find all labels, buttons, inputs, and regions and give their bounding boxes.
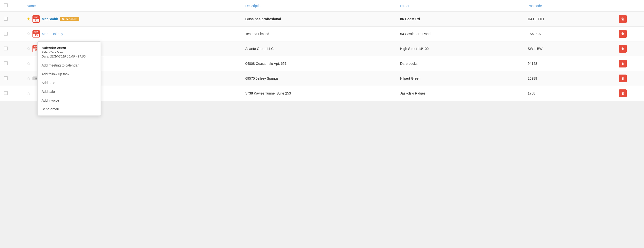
context-menu: Calendar event Title: Car clean Date: 23… [37, 41, 101, 116]
delete-button[interactable]: 🗑 [619, 45, 627, 53]
description-text: Asante Group LLC [245, 47, 274, 51]
street-text: 54 Castledore Road [400, 32, 431, 36]
person-name-link[interactable]: Mat Smith [42, 17, 58, 21]
select-all-checkbox[interactable] [4, 3, 8, 7]
row-checkbox[interactable] [4, 46, 8, 50]
postcode-text: LA6 9FA [528, 32, 541, 36]
description-cell: 69570 Jeffrey Springs [242, 71, 396, 86]
row-checkbox-cell [0, 12, 23, 26]
context-menu-add-sale[interactable]: Add sale [38, 87, 100, 96]
row-checkbox[interactable] [4, 17, 8, 21]
row-checkbox-cell [0, 71, 23, 86]
street-text: 86 Coast Rd [400, 17, 420, 21]
star-icon[interactable]: ☆ [26, 46, 30, 51]
column-header-postcode: Postcode [524, 0, 615, 12]
name-cell: ☆ MAR 23 Marta Daimny [23, 26, 242, 41]
context-menu-add-meeting[interactable]: Add meeting to calendar [38, 61, 100, 70]
row-checkbox-cell [0, 56, 23, 71]
street-cell: High Street 14/100 [396, 41, 524, 56]
street-cell: Dare Locks [396, 56, 524, 71]
postcode-cell: 94148 [524, 56, 615, 71]
action-cell: 🗑 [615, 71, 644, 86]
action-cell: 🗑 [615, 56, 644, 71]
column-header-description: Description [242, 0, 396, 12]
delete-button[interactable]: 🗑 [619, 60, 627, 67]
description-text: Testoria Limited [245, 32, 269, 36]
context-menu-add-note[interactable]: Add note [38, 78, 100, 87]
table-row: ★ MAR 22 Mat Smith Super client Bussines… [0, 12, 644, 26]
context-menu-add-followup[interactable]: Add follow up task [38, 70, 100, 78]
calendar-month: MAR [33, 31, 39, 34]
column-header-street: Street [396, 0, 524, 12]
action-cell: 🗑 [615, 12, 644, 26]
action-cell: 🗑 [615, 41, 644, 56]
row-checkbox-cell [0, 26, 23, 41]
name-cell: ★ MAR 22 Mat Smith Super client [23, 12, 242, 26]
description-cell: 04808 Ceasar Isle Apt. 651 [242, 56, 396, 71]
star-icon[interactable]: ☆ [26, 31, 30, 36]
calendar-day: 23 [35, 34, 38, 37]
postcode-text: SW11BW [528, 47, 542, 51]
postcode-text: CA10 7TH [528, 17, 544, 21]
description-cell: Bussines proffesional [242, 12, 396, 26]
row-checkbox[interactable] [4, 76, 8, 80]
description-text: 69570 Jeffrey Springs [245, 77, 278, 80]
calendar-day: 22 [35, 19, 38, 22]
event-title-detail: Title: Car clean [42, 50, 97, 54]
person-name-link[interactable]: Marta Daimny [42, 32, 63, 36]
row-checkbox[interactable] [4, 91, 8, 95]
street-cell: 54 Castledore Road [396, 26, 524, 41]
delete-button[interactable]: 🗑 [619, 75, 627, 82]
action-cell: 🗑 [615, 26, 644, 41]
delete-button[interactable]: 🗑 [619, 15, 627, 23]
table-row: ☆ MAR 23 Martin Kowalsky VIP Calendar ev [0, 41, 644, 56]
table-row: ☆ MAR 23 Marta Daimny Testoria Limited 5… [0, 26, 644, 41]
postcode-cell: 1758 [524, 86, 615, 101]
star-icon[interactable]: ☆ [26, 76, 30, 81]
star-icon[interactable]: ☆ [26, 61, 30, 66]
calendar-icon[interactable]: MAR 23 [32, 30, 40, 37]
column-header-action [615, 0, 644, 12]
postcode-text: 1758 [528, 91, 535, 95]
street-cell: Jaskolski Ridges [396, 86, 524, 101]
street-text: Dare Locks [400, 62, 418, 66]
street-text: Jaskolski Ridges [400, 91, 426, 95]
delete-button[interactable]: 🗑 [619, 89, 627, 97]
postcode-text: 26989 [528, 77, 537, 80]
name-cell: ☆ MAR 23 Martin Kowalsky VIP Calendar ev [23, 41, 242, 56]
column-header-check [0, 0, 23, 12]
row-checkbox-cell [0, 86, 23, 101]
action-cell: 🗑 [615, 86, 644, 101]
postcode-cell: CA10 7TH [524, 12, 615, 26]
star-icon[interactable]: ☆ [26, 91, 30, 96]
event-date-detail: Date: 23/10/2019 16:00 - 17:00 [42, 55, 97, 58]
description-cell: 5738 Kaylee Tunnel Suite 253 [242, 86, 396, 101]
postcode-cell: LA6 9FA [524, 26, 615, 41]
street-cell: Hilpert Green [396, 71, 524, 86]
delete-button[interactable]: 🗑 [619, 30, 627, 38]
postcode-text: 94148 [528, 62, 537, 66]
row-checkbox[interactable] [4, 32, 8, 36]
context-menu-send-email[interactable]: Send email [38, 105, 100, 114]
postcode-cell: 26989 [524, 71, 615, 86]
description-text: 5738 Kaylee Tunnel Suite 253 [245, 91, 291, 95]
row-checkbox[interactable] [4, 61, 8, 65]
postcode-cell: SW11BW [524, 41, 615, 56]
super-client-badge: Super client [60, 17, 79, 21]
street-text: Hilpert Green [400, 77, 420, 80]
context-menu-add-invoice[interactable]: Add invoice [38, 96, 100, 105]
description-text: Bussines proffesional [245, 17, 281, 21]
calendar-icon[interactable]: MAR 22 [32, 15, 40, 23]
row-checkbox-cell [0, 41, 23, 56]
description-cell: Asante Group LLC [242, 41, 396, 56]
description-text: 04808 Ceasar Isle Apt. 651 [245, 62, 286, 66]
context-menu-header: Calendar event Title: Car clean Date: 23… [38, 44, 100, 60]
star-icon[interactable]: ★ [26, 16, 30, 22]
column-header-name: Name [23, 0, 242, 12]
street-text: High Street 14/100 [400, 47, 429, 51]
event-title: Calendar event [42, 46, 97, 50]
street-cell: 86 Coast Rd [396, 12, 524, 26]
description-cell: Testoria Limited [242, 26, 396, 41]
calendar-month: MAR [33, 16, 39, 19]
